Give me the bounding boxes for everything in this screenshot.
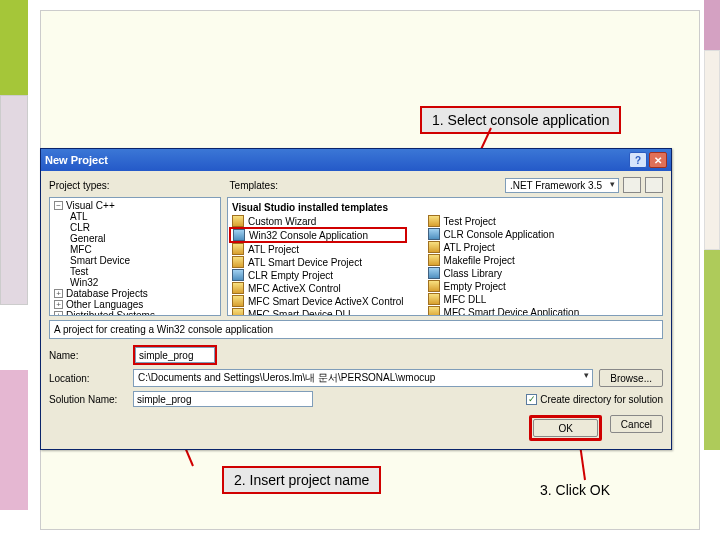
expand-icon[interactable]: + — [54, 300, 63, 309]
template-icon — [428, 215, 440, 227]
template-item[interactable]: Makefile Project — [444, 255, 515, 266]
name-label: Name: — [49, 350, 127, 361]
small-icons-button[interactable] — [645, 177, 663, 193]
tree-item[interactable]: Smart Device — [70, 255, 130, 266]
solution-name-label: Solution Name: — [49, 394, 127, 405]
framework-combo[interactable]: .NET Framework 3.5 — [505, 178, 619, 193]
location-input[interactable]: C:\Documents and Settings\Ueros.lm\내 문서\… — [133, 369, 593, 387]
titlebar[interactable]: New Project ? ✕ — [41, 149, 671, 171]
expand-icon[interactable]: + — [54, 289, 63, 298]
template-item[interactable]: Class Library — [444, 268, 502, 279]
tree-item[interactable]: Test — [70, 266, 88, 277]
template-icon — [232, 308, 244, 316]
callout-click-ok: 3. Click OK — [530, 478, 620, 502]
template-icon — [428, 241, 440, 253]
expand-icon[interactable]: + — [54, 311, 63, 316]
template-item[interactable]: MFC DLL — [444, 294, 487, 305]
tree-item[interactable]: Win32 — [70, 277, 98, 288]
template-icon — [428, 228, 440, 240]
template-icon — [232, 282, 244, 294]
template-item[interactable]: ATL Project — [444, 242, 495, 253]
template-item[interactable]: MFC Smart Device Application — [444, 307, 580, 317]
template-icon — [428, 306, 440, 316]
template-icon — [233, 229, 245, 241]
callout-select-console: 1. Select console application — [420, 106, 621, 134]
solution-name-input[interactable] — [133, 391, 313, 407]
project-types-label: Project types: — [49, 180, 110, 191]
collapse-icon[interactable]: − — [54, 201, 63, 210]
template-item[interactable]: MFC ActiveX Control — [248, 283, 341, 294]
template-icon — [428, 280, 440, 292]
tree-item[interactable]: ATL — [70, 211, 88, 222]
template-icon — [428, 267, 440, 279]
callout-insert-name: 2. Insert project name — [222, 466, 381, 494]
template-icon — [232, 256, 244, 268]
tree-item[interactable]: CLR — [70, 222, 90, 233]
cancel-button[interactable]: Cancel — [610, 415, 663, 433]
template-item[interactable]: Empty Project — [444, 281, 506, 292]
tree-item[interactable]: Other Languages — [66, 299, 143, 310]
new-project-dialog: New Project ? ✕ Project types: Templates… — [40, 148, 672, 450]
templates-label: Templates: — [230, 180, 278, 191]
tree-item[interactable]: General — [70, 233, 106, 244]
template-icon — [232, 243, 244, 255]
tree-item[interactable]: Database Projects — [66, 288, 148, 299]
tree-item[interactable]: Distributed Systems — [66, 310, 155, 316]
template-item[interactable]: CLR Console Application — [444, 229, 555, 240]
template-item[interactable]: MFC Smart Device DLL — [248, 309, 354, 317]
template-item[interactable]: CLR Empty Project — [248, 270, 333, 281]
templates-list[interactable]: Visual Studio installed templates Custom… — [227, 197, 663, 316]
ok-button[interactable]: OK — [533, 419, 597, 437]
template-item[interactable]: Test Project — [444, 216, 496, 227]
template-item[interactable]: ATL Smart Device Project — [248, 257, 362, 268]
template-description: A project for creating a Win32 console a… — [49, 320, 663, 339]
template-item[interactable]: MFC Smart Device ActiveX Control — [248, 296, 404, 307]
template-icon — [232, 269, 244, 281]
template-item[interactable]: Custom Wizard — [248, 216, 316, 227]
project-types-tree[interactable]: −Visual C++ ATL CLR General MFC Smart De… — [49, 197, 221, 316]
template-item[interactable]: ATL Project — [248, 244, 299, 255]
name-input[interactable] — [135, 347, 215, 363]
create-dir-checkbox[interactable]: ✓ — [526, 394, 537, 405]
tree-root[interactable]: Visual C++ — [66, 200, 115, 211]
template-icon — [428, 254, 440, 266]
create-dir-label: Create directory for solution — [540, 394, 663, 405]
window-title: New Project — [45, 154, 627, 166]
close-button[interactable]: ✕ — [649, 152, 667, 168]
template-icon — [428, 293, 440, 305]
browse-button[interactable]: Browse... — [599, 369, 663, 387]
tree-item[interactable]: MFC — [70, 244, 92, 255]
template-icon — [232, 295, 244, 307]
location-label: Location: — [49, 373, 127, 384]
templates-header: Visual Studio installed templates — [232, 202, 658, 213]
large-icons-button[interactable] — [623, 177, 641, 193]
template-icon — [232, 215, 244, 227]
template-win32-console[interactable]: Win32 Console Application — [249, 230, 368, 241]
help-button[interactable]: ? — [629, 152, 647, 168]
